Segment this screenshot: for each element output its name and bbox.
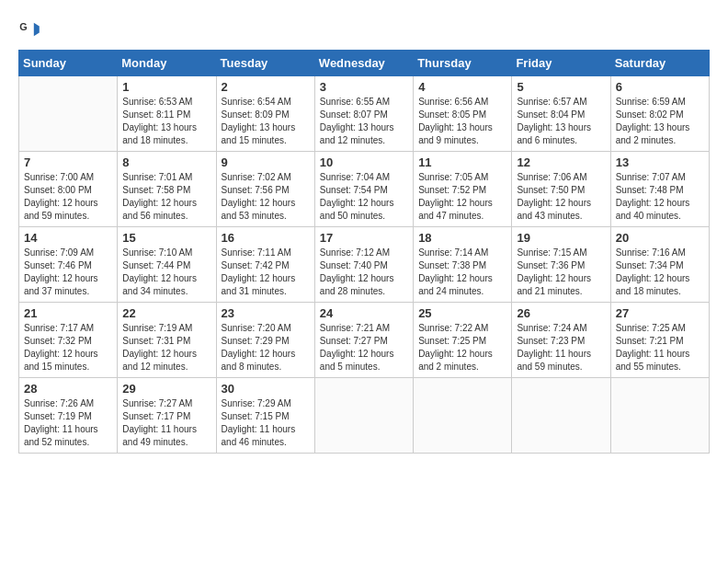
day-number: 23 [222, 306, 310, 320]
day-info: Sunrise: 7:09 AM Sunset: 7:46 PM Dayligh… [24, 247, 112, 298]
calendar-cell: 26Sunrise: 7:24 AM Sunset: 7:23 PM Dayli… [512, 303, 610, 378]
day-number: 8 [122, 155, 210, 169]
day-number: 6 [616, 80, 704, 94]
day-info: Sunrise: 6:57 AM Sunset: 8:04 PM Dayligh… [517, 96, 605, 147]
day-info: Sunrise: 7:12 AM Sunset: 7:40 PM Dayligh… [320, 247, 408, 298]
calendar-week-row: 1Sunrise: 6:53 AM Sunset: 8:11 PM Daylig… [19, 76, 710, 152]
calendar-cell: 28Sunrise: 7:26 AM Sunset: 7:19 PM Dayli… [19, 378, 118, 454]
calendar-cell: 6Sunrise: 6:59 AM Sunset: 8:02 PM Daylig… [610, 76, 709, 152]
calendar-cell: 19Sunrise: 7:15 AM Sunset: 7:36 PM Dayli… [512, 227, 610, 303]
calendar-cell: 13Sunrise: 7:07 AM Sunset: 7:48 PM Dayli… [610, 152, 709, 227]
day-info: Sunrise: 7:00 AM Sunset: 8:00 PM Dayligh… [24, 171, 112, 223]
day-info: Sunrise: 7:14 AM Sunset: 7:38 PM Dayligh… [418, 247, 506, 298]
calendar-cell [314, 378, 413, 454]
logo: G [18, 18, 44, 40]
day-info: Sunrise: 7:04 AM Sunset: 7:54 PM Dayligh… [320, 171, 408, 223]
calendar-cell: 22Sunrise: 7:19 AM Sunset: 7:31 PM Dayli… [118, 303, 216, 378]
day-info: Sunrise: 7:26 AM Sunset: 7:19 PM Dayligh… [24, 397, 112, 449]
svg-text:G: G [19, 21, 27, 32]
calendar-cell: 20Sunrise: 7:16 AM Sunset: 7:34 PM Dayli… [610, 227, 709, 303]
day-number: 25 [418, 306, 506, 320]
calendar-cell: 27Sunrise: 7:25 AM Sunset: 7:21 PM Dayli… [610, 303, 709, 378]
day-info: Sunrise: 6:56 AM Sunset: 8:05 PM Dayligh… [418, 96, 506, 147]
day-info: Sunrise: 6:55 AM Sunset: 8:07 PM Dayligh… [320, 96, 408, 147]
day-number: 28 [24, 382, 112, 396]
calendar-cell: 16Sunrise: 7:11 AM Sunset: 7:42 PM Dayli… [216, 227, 314, 303]
day-number: 30 [222, 382, 310, 396]
day-info: Sunrise: 6:54 AM Sunset: 8:09 PM Dayligh… [222, 96, 310, 147]
calendar-cell: 10Sunrise: 7:04 AM Sunset: 7:54 PM Dayli… [314, 152, 413, 227]
weekday-header: Friday [512, 51, 610, 76]
day-number: 18 [418, 231, 506, 245]
weekday-header: Wednesday [314, 51, 413, 76]
day-info: Sunrise: 7:17 AM Sunset: 7:32 PM Dayligh… [24, 322, 112, 373]
day-info: Sunrise: 7:19 AM Sunset: 7:31 PM Dayligh… [122, 322, 210, 373]
day-info: Sunrise: 7:29 AM Sunset: 7:15 PM Dayligh… [222, 397, 310, 449]
day-info: Sunrise: 7:16 AM Sunset: 7:34 PM Dayligh… [616, 247, 704, 298]
day-number: 16 [222, 231, 310, 245]
day-number: 17 [320, 231, 408, 245]
calendar-cell: 30Sunrise: 7:29 AM Sunset: 7:15 PM Dayli… [216, 378, 314, 454]
day-info: Sunrise: 7:24 AM Sunset: 7:23 PM Dayligh… [517, 322, 605, 373]
svg-marker-1 [34, 23, 40, 36]
day-number: 9 [222, 155, 310, 169]
calendar-week-row: 21Sunrise: 7:17 AM Sunset: 7:32 PM Dayli… [19, 303, 710, 378]
day-info: Sunrise: 7:01 AM Sunset: 7:58 PM Dayligh… [122, 171, 210, 223]
day-number: 1 [122, 80, 210, 94]
calendar-week-row: 28Sunrise: 7:26 AM Sunset: 7:19 PM Dayli… [19, 378, 710, 454]
day-number: 26 [517, 306, 605, 320]
calendar-cell: 7Sunrise: 7:00 AM Sunset: 8:00 PM Daylig… [19, 152, 118, 227]
header: G [18, 18, 710, 40]
day-info: Sunrise: 7:15 AM Sunset: 7:36 PM Dayligh… [517, 247, 605, 298]
calendar-cell: 25Sunrise: 7:22 AM Sunset: 7:25 PM Dayli… [414, 303, 512, 378]
day-info: Sunrise: 7:21 AM Sunset: 7:27 PM Dayligh… [320, 322, 408, 373]
day-info: Sunrise: 7:05 AM Sunset: 7:52 PM Dayligh… [418, 171, 506, 223]
calendar-week-row: 14Sunrise: 7:09 AM Sunset: 7:46 PM Dayli… [19, 227, 710, 303]
calendar-cell: 2Sunrise: 6:54 AM Sunset: 8:09 PM Daylig… [216, 76, 314, 152]
weekday-header: Sunday [19, 51, 118, 76]
day-number: 3 [320, 80, 408, 94]
calendar-cell: 24Sunrise: 7:21 AM Sunset: 7:27 PM Dayli… [314, 303, 413, 378]
calendar: SundayMondayTuesdayWednesdayThursdayFrid… [18, 50, 710, 454]
calendar-cell: 29Sunrise: 7:27 AM Sunset: 7:17 PM Dayli… [118, 378, 216, 454]
day-info: Sunrise: 6:59 AM Sunset: 8:02 PM Dayligh… [616, 96, 704, 147]
day-number: 7 [24, 155, 112, 169]
day-info: Sunrise: 7:02 AM Sunset: 7:56 PM Dayligh… [222, 171, 310, 223]
weekday-header: Thursday [414, 51, 512, 76]
calendar-cell: 4Sunrise: 6:56 AM Sunset: 8:05 PM Daylig… [414, 76, 512, 152]
day-number: 29 [122, 382, 210, 396]
calendar-cell: 12Sunrise: 7:06 AM Sunset: 7:50 PM Dayli… [512, 152, 610, 227]
day-number: 12 [517, 155, 605, 169]
calendar-week-row: 7Sunrise: 7:00 AM Sunset: 8:00 PM Daylig… [19, 152, 710, 227]
day-info: Sunrise: 7:22 AM Sunset: 7:25 PM Dayligh… [418, 322, 506, 373]
day-number: 14 [24, 231, 112, 245]
calendar-cell: 1Sunrise: 6:53 AM Sunset: 8:11 PM Daylig… [118, 76, 216, 152]
day-number: 27 [616, 306, 704, 320]
weekday-header: Saturday [610, 51, 709, 76]
day-info: Sunrise: 7:10 AM Sunset: 7:44 PM Dayligh… [122, 247, 210, 298]
calendar-cell [512, 378, 610, 454]
calendar-cell: 9Sunrise: 7:02 AM Sunset: 7:56 PM Daylig… [216, 152, 314, 227]
day-number: 19 [517, 231, 605, 245]
day-number: 4 [418, 80, 506, 94]
calendar-cell [19, 76, 118, 152]
calendar-cell: 14Sunrise: 7:09 AM Sunset: 7:46 PM Dayli… [19, 227, 118, 303]
calendar-header: SundayMondayTuesdayWednesdayThursdayFrid… [19, 51, 710, 76]
calendar-cell: 18Sunrise: 7:14 AM Sunset: 7:38 PM Dayli… [414, 227, 512, 303]
day-number: 21 [24, 306, 112, 320]
day-info: Sunrise: 6:53 AM Sunset: 8:11 PM Dayligh… [122, 96, 210, 147]
day-number: 10 [320, 155, 408, 169]
calendar-cell [610, 378, 709, 454]
day-info: Sunrise: 7:06 AM Sunset: 7:50 PM Dayligh… [517, 171, 605, 223]
weekday-header: Monday [118, 51, 216, 76]
calendar-cell: 11Sunrise: 7:05 AM Sunset: 7:52 PM Dayli… [414, 152, 512, 227]
logo-icon: G [18, 18, 40, 40]
day-number: 11 [418, 155, 506, 169]
weekday-header: Tuesday [216, 51, 314, 76]
day-info: Sunrise: 7:25 AM Sunset: 7:21 PM Dayligh… [616, 322, 704, 373]
day-number: 15 [122, 231, 210, 245]
calendar-cell: 3Sunrise: 6:55 AM Sunset: 8:07 PM Daylig… [314, 76, 413, 152]
calendar-cell: 5Sunrise: 6:57 AM Sunset: 8:04 PM Daylig… [512, 76, 610, 152]
day-number: 13 [616, 155, 704, 169]
day-number: 24 [320, 306, 408, 320]
